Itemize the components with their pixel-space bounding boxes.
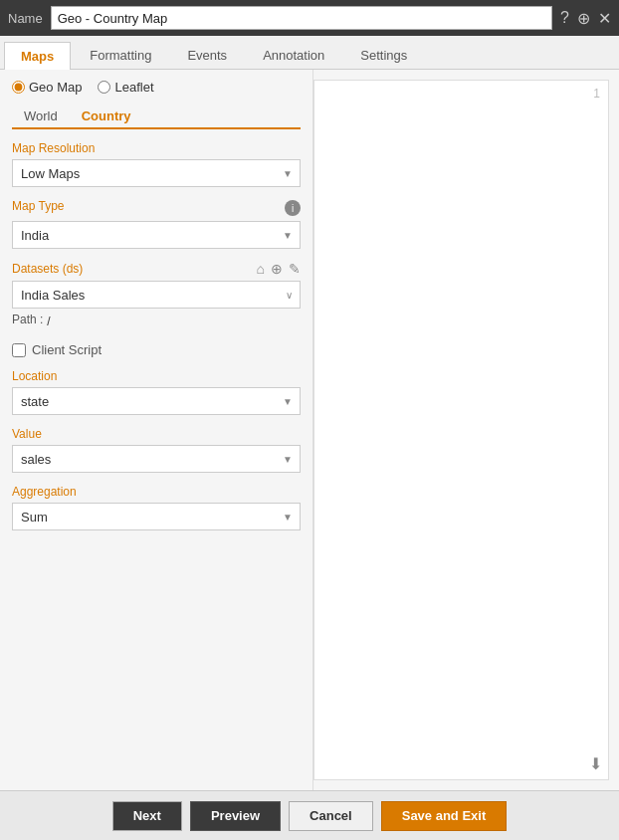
aggregation-select[interactable]: Sum Average Count Max Min [12, 503, 301, 530]
aggregation-wrapper: Sum Average Count Max Min ▼ [12, 503, 301, 530]
datasets-label: Datasets (ds) [12, 262, 251, 276]
tab-annotation[interactable]: Annotation [246, 41, 341, 69]
client-script-row: Client Script [12, 342, 301, 357]
value-select[interactable]: sales revenue quantity [12, 445, 301, 473]
location-wrapper: state region city ▼ [12, 387, 301, 415]
sub-tab-world[interactable]: World [12, 105, 70, 127]
title-bar: Name ? ⊕ ✕ [0, 0, 619, 36]
download-icon[interactable]: ⬇ [589, 754, 602, 773]
title-input[interactable] [51, 6, 552, 30]
name-label: Name [8, 11, 43, 26]
leaflet-label: Leaflet [114, 80, 153, 95]
datasets-home-icon[interactable]: ⌂ [257, 261, 265, 277]
geo-map-option[interactable]: Geo Map [12, 80, 82, 95]
cancel-button[interactable]: Cancel [289, 801, 373, 831]
map-type-label: Map Type [12, 199, 64, 213]
tab-bar: Maps Formatting Events Annotation Settin… [0, 36, 619, 70]
datasets-add-icon[interactable]: ⊕ [271, 261, 283, 277]
left-panel: Geo Map Leaflet World Country Map Resolu… [0, 70, 313, 790]
bottom-bar: Next Preview Cancel Save and Exit [0, 790, 619, 840]
geo-map-radio[interactable] [12, 81, 25, 94]
datasets-section: Datasets (ds) ⌂ ⊕ ✎ India Sales World Sa… [12, 261, 301, 330]
map-type-info-icon[interactable]: i [285, 200, 301, 216]
preview-button[interactable]: Preview [190, 801, 281, 831]
tab-formatting[interactable]: Formatting [73, 41, 168, 69]
aggregation-label: Aggregation [12, 485, 301, 499]
datasets-label-row: Datasets (ds) ⌂ ⊕ ✎ [12, 261, 301, 277]
value-section: Value sales revenue quantity ▼ [12, 427, 301, 473]
datasets-edit-icon[interactable]: ✎ [289, 261, 301, 277]
help-icon[interactable]: ? [560, 9, 569, 27]
tab-maps[interactable]: Maps [4, 42, 71, 70]
map-resolution-select[interactable]: Low Maps Medium Maps High Maps [12, 159, 301, 187]
map-resolution-label: Map Resolution [12, 141, 301, 155]
map-type-wrapper: India USA China Brazil Australia ▼ [12, 221, 301, 249]
value-label: Value [12, 427, 301, 441]
map-type-radio-row: Geo Map Leaflet [12, 80, 301, 95]
datasets-select[interactable]: India Sales World Sales [12, 281, 301, 309]
path-label: Path : [12, 313, 43, 326]
sub-tab-country[interactable]: Country [70, 105, 143, 129]
datasets-select-wrapper: India Sales World Sales ∨ [12, 281, 301, 309]
save-exit-button[interactable]: Save and Exit [381, 801, 508, 831]
location-label: Location [12, 369, 301, 383]
close-icon[interactable]: ✕ [598, 9, 611, 28]
map-resolution-section: Map Resolution Low Maps Medium Maps High… [12, 141, 301, 187]
leaflet-radio[interactable] [98, 81, 110, 94]
main-content: Geo Map Leaflet World Country Map Resolu… [0, 70, 619, 790]
map-type-select[interactable]: India USA China Brazil Australia [12, 221, 301, 249]
location-section: Location state region city ▼ [12, 369, 301, 415]
preview-line-number: 1 [593, 87, 600, 101]
map-type-section: Map Type i India USA China Brazil Austra… [12, 199, 301, 249]
value-wrapper: sales revenue quantity ▼ [12, 445, 301, 473]
path-value: / [47, 315, 50, 328]
leaflet-option[interactable]: Leaflet [98, 80, 153, 95]
sub-tabs: World Country [12, 105, 301, 129]
path-row: Path : / [12, 313, 301, 330]
next-button[interactable]: Next [112, 801, 182, 831]
move-icon[interactable]: ⊕ [577, 9, 590, 28]
client-script-label: Client Script [32, 342, 102, 357]
map-type-label-row: Map Type i [12, 199, 301, 217]
tab-settings[interactable]: Settings [343, 41, 424, 69]
geo-map-label: Geo Map [29, 80, 82, 95]
tab-events[interactable]: Events [170, 41, 244, 69]
client-script-checkbox[interactable] [12, 343, 26, 357]
title-icons: ? ⊕ ✕ [560, 9, 611, 28]
map-resolution-wrapper: Low Maps Medium Maps High Maps ▼ [12, 159, 301, 187]
location-select[interactable]: state region city [12, 387, 301, 415]
preview-panel: 1 ⬇ [313, 80, 609, 780]
aggregation-section: Aggregation Sum Average Count Max Min ▼ [12, 485, 301, 530]
